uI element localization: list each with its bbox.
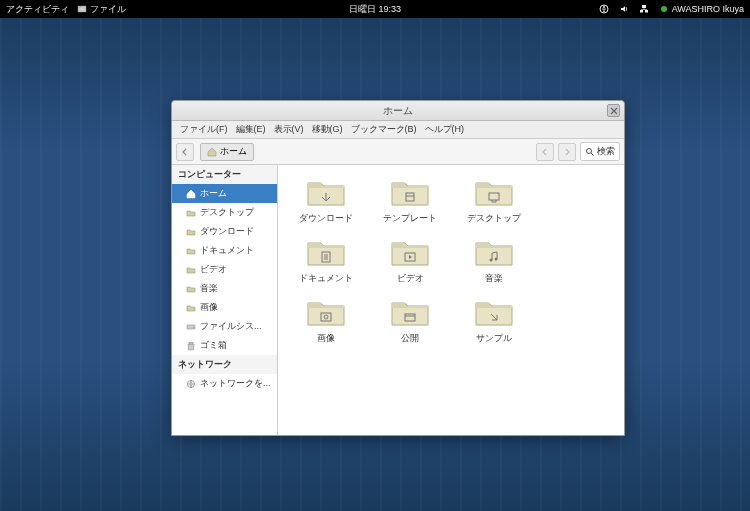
sidebar-item-0[interactable]: ホーム xyxy=(172,184,277,203)
menu-help[interactable]: ヘルプ(H) xyxy=(423,121,467,138)
path-home-button[interactable]: ホーム xyxy=(200,143,254,161)
svg-rect-1 xyxy=(78,6,82,8)
folder-item-6[interactable]: 画像 xyxy=(284,295,368,345)
sidebar-item-6[interactable]: 画像 xyxy=(172,298,277,317)
close-icon xyxy=(610,107,618,115)
menu-bookmarks[interactable]: ブックマーク(B) xyxy=(349,121,419,138)
sidebar-item-label: 画像 xyxy=(200,301,218,314)
volume-icon[interactable] xyxy=(619,4,629,14)
folder-label: 画像 xyxy=(317,332,335,345)
folder-icon xyxy=(305,295,347,329)
folder-icon xyxy=(389,235,431,269)
sidebar-item-label: ネットワークを... xyxy=(200,377,271,390)
folder-icon xyxy=(186,265,196,275)
folder-item-4[interactable]: ビデオ xyxy=(368,235,452,285)
sidebar-item-1[interactable]: デスクトップ xyxy=(172,203,277,222)
folder-icon xyxy=(473,235,515,269)
sidebar-item-4[interactable]: ビデオ xyxy=(172,260,277,279)
sidebar-item-label: ゴミ箱 xyxy=(200,339,227,352)
search-button[interactable]: 検索 xyxy=(580,142,620,161)
content-area: ダウンロード テンプレート デスクトップ ドキュメント ビデオ 音楽 画像 公開… xyxy=(278,165,624,435)
folder-label: デスクトップ xyxy=(467,212,521,225)
folder-label: ビデオ xyxy=(397,272,424,285)
toolbar: ホーム 検索 xyxy=(172,139,624,165)
user-menu[interactable]: AWASHIRO Ikuya xyxy=(659,4,744,14)
chevron-left-icon xyxy=(181,148,189,156)
sidebar-item-label: ファイルシス... xyxy=(200,320,262,333)
sidebar-item-label: ホーム xyxy=(200,187,227,200)
path-bar: ホーム xyxy=(200,143,254,161)
home-icon xyxy=(186,189,196,199)
folder-item-1[interactable]: テンプレート xyxy=(368,175,452,225)
sidebar-item-7[interactable]: ファイルシス... xyxy=(172,317,277,336)
window-title: ホーム xyxy=(383,104,413,118)
svg-point-3 xyxy=(603,6,605,8)
sidebar-network-header: ネットワーク xyxy=(172,355,277,374)
app-menu-label: ファイル xyxy=(90,3,126,16)
folder-label: サンプル xyxy=(476,332,512,345)
folder-icon xyxy=(186,303,196,313)
menu-go[interactable]: 移動(G) xyxy=(310,121,345,138)
folder-item-0[interactable]: ダウンロード xyxy=(284,175,368,225)
chevron-right-icon xyxy=(563,148,571,156)
menu-view[interactable]: 表示(V) xyxy=(272,121,306,138)
accessibility-icon[interactable] xyxy=(599,4,609,14)
sidebar-item-label: ビデオ xyxy=(200,263,227,276)
clock[interactable]: 日曜日 19:33 xyxy=(349,3,401,16)
window-titlebar[interactable]: ホーム xyxy=(172,101,624,121)
sidebar-network-item-0[interactable]: ネットワークを... xyxy=(172,374,277,393)
svg-rect-4 xyxy=(642,5,646,8)
search-icon xyxy=(585,147,595,157)
trash-icon xyxy=(186,341,196,351)
folder-icon xyxy=(389,295,431,329)
folder-label: テンプレート xyxy=(383,212,437,225)
sidebar-item-label: 音楽 xyxy=(200,282,218,295)
nautilus-window: ホーム ファイル(F) 編集(E) 表示(V) 移動(G) ブックマーク(B) … xyxy=(171,100,625,436)
files-app-icon xyxy=(77,4,87,14)
nav-prev-button[interactable] xyxy=(536,143,554,161)
folder-icon xyxy=(389,175,431,209)
close-button[interactable] xyxy=(607,104,620,117)
drive-icon xyxy=(186,322,196,332)
folder-label: 音楽 xyxy=(485,272,503,285)
search-label: 検索 xyxy=(597,145,615,158)
sidebar-item-8[interactable]: ゴミ箱 xyxy=(172,336,277,355)
nav-next-button[interactable] xyxy=(558,143,576,161)
folder-icon xyxy=(186,227,196,237)
svg-point-17 xyxy=(490,259,493,262)
svg-rect-6 xyxy=(645,10,648,13)
folder-icon xyxy=(186,284,196,294)
folder-icon xyxy=(473,175,515,209)
home-icon xyxy=(207,147,217,157)
folder-label: ドキュメント xyxy=(299,272,353,285)
menu-edit[interactable]: 編集(E) xyxy=(234,121,268,138)
activities-button[interactable]: アクティビティ xyxy=(6,3,69,16)
svg-point-7 xyxy=(661,6,667,12)
sidebar-item-5[interactable]: 音楽 xyxy=(172,279,277,298)
svg-point-18 xyxy=(495,258,498,261)
folder-icon xyxy=(305,175,347,209)
app-menu[interactable]: ファイル xyxy=(77,3,126,16)
gnome-top-panel: アクティビティ ファイル 日曜日 19:33 AWASHIRO Ikuya xyxy=(0,0,750,18)
folder-icon xyxy=(473,295,515,329)
chevron-left-icon xyxy=(541,148,549,156)
sidebar-computer-header: コンピューター xyxy=(172,165,277,184)
path-label: ホーム xyxy=(220,145,247,158)
back-button[interactable] xyxy=(176,143,194,161)
sidebar-item-3[interactable]: ドキュメント xyxy=(172,241,277,260)
svg-rect-11 xyxy=(189,342,193,344)
svg-rect-5 xyxy=(640,10,643,13)
folder-item-3[interactable]: ドキュメント xyxy=(284,235,368,285)
menu-bar: ファイル(F) 編集(E) 表示(V) 移動(G) ブックマーク(B) ヘルプ(… xyxy=(172,121,624,139)
folder-item-7[interactable]: 公開 xyxy=(368,295,452,345)
network-icon[interactable] xyxy=(639,4,649,14)
user-status-icon xyxy=(659,4,669,14)
sidebar-item-2[interactable]: ダウンロード xyxy=(172,222,277,241)
sidebar-item-label: ダウンロード xyxy=(200,225,254,238)
sidebar: コンピューター ホームデスクトップダウンロードドキュメントビデオ音楽画像ファイル… xyxy=(172,165,278,435)
folder-item-5[interactable]: 音楽 xyxy=(452,235,536,285)
folder-item-8[interactable]: サンプル xyxy=(452,295,536,345)
folder-item-2[interactable]: デスクトップ xyxy=(452,175,536,225)
svg-point-10 xyxy=(193,326,194,327)
menu-file[interactable]: ファイル(F) xyxy=(178,121,230,138)
